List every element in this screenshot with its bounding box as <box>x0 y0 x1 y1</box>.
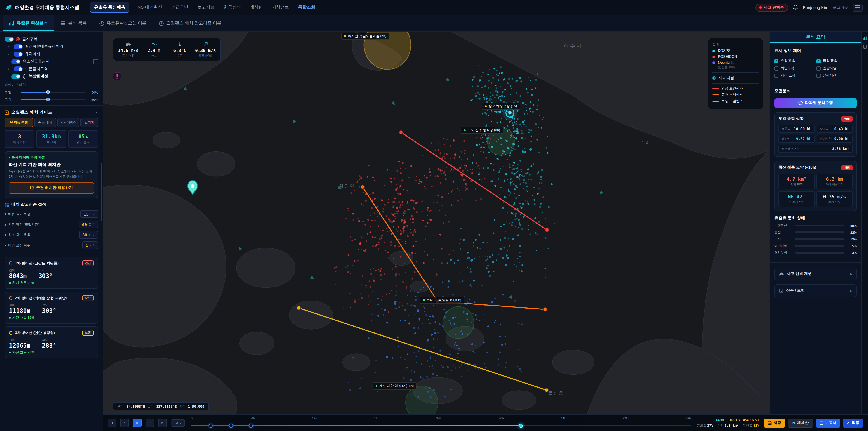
option-wind-vector[interactable]: ✓풍향/풍속 <box>816 59 857 63</box>
poi-hwataedo-farm[interactable]: 화태도 김 양식장 (10h) <box>420 297 465 304</box>
skip-start-button[interactable] <box>107 419 116 427</box>
wave-cell: 2.9 m 파고 <box>141 41 167 58</box>
tab-analysis-list[interactable]: 분석 목록 <box>54 16 93 31</box>
nll-toggle[interactable] <box>11 74 20 79</box>
menu-oil-spill-forecast[interactable]: 유출유 확산예측 <box>90 2 129 13</box>
fast-forward-button[interactable] <box>146 419 154 427</box>
opacity-slider[interactable] <box>21 92 86 93</box>
user-name[interactable]: Eunjeong Kim <box>803 5 828 10</box>
timeline-cursor[interactable] <box>519 424 523 428</box>
fence-guide-header[interactable]: 오일펜스 배치 가이드 ▼ <box>4 110 98 115</box>
tab-diffusion-analysis[interactable]: 유출유 확산분석 <box>3 16 54 31</box>
collapse-chevron-icon[interactable]: ▼ <box>95 111 98 114</box>
min-efficiency-stepper[interactable]: 80 % ▲▼ <box>79 231 98 239</box>
menu-air-search[interactable]: 항공탐색 <box>219 2 245 13</box>
pollution-status-title: 오염 종합 상황 <box>778 116 804 122</box>
option-datetime[interactable]: ✓날짜시간 <box>816 73 857 78</box>
notification-bell-icon[interactable] <box>793 4 798 10</box>
expand-caret-icon[interactable]: ▸ <box>8 45 11 49</box>
shield-icon <box>23 74 27 79</box>
stepper-arrows-icon[interactable]: ▲▼ <box>93 233 95 237</box>
rail-chart-icon[interactable] <box>863 36 867 40</box>
option-sensitive-resources[interactable]: ✓민감자원 <box>816 66 857 70</box>
menu-weather[interactable]: 기상정보 <box>268 2 293 13</box>
tab-label: 유출유확산모델 이론 <box>107 20 147 26</box>
safety-margin-stepper[interactable]: 60 분 ▲▼ <box>79 221 98 228</box>
defense-line-card-1[interactable]: 1차 방어선 (고강도 차단형) 긴급 길이 8043m 각도 303° 차단 … <box>4 257 98 289</box>
recalculate-button[interactable]: ↻ 재계산 <box>787 418 813 427</box>
stepper-arrows-icon[interactable]: ▲▼ <box>93 222 95 226</box>
stat-value: 3 <box>6 133 33 140</box>
save-button[interactable]: 저장 <box>764 418 785 427</box>
polygon-analysis-button[interactable]: 다각형 분석수행 <box>774 98 857 108</box>
plan-description: 확산 예측을 분석하여 해류 직교 방향 1차 방어선, 측면 포위 2차 방어… <box>8 170 94 179</box>
current-correction-stepper[interactable]: 15 ° ▲▼ <box>81 210 98 218</box>
playback-speed-select[interactable]: 1× ▼ <box>171 419 185 427</box>
poi-gaedo-farm[interactable]: 개도 해안 양식장 (18h) <box>373 382 417 390</box>
poi-yeojaman[interactable]: 여자만 갯벌노을마을 (6h) <box>341 33 390 40</box>
wind-coefficient-stepper[interactable]: 1 × ▲▼ <box>83 241 98 249</box>
report-button[interactable]: 보고서 <box>815 418 841 427</box>
apply-button[interactable]: ✓ 적용 <box>843 418 864 427</box>
zone-detail-button[interactable] <box>93 59 98 64</box>
restricted-zones-toggle[interactable] <box>4 37 13 41</box>
tab-model-theory[interactable]: i 유출유확산모델 이론 <box>93 16 153 31</box>
vessel-specs-section[interactable]: 사고 선박 제원 ▸ <box>774 268 857 280</box>
step-back-button[interactable] <box>120 419 129 427</box>
pause-button[interactable] <box>133 419 142 427</box>
analysis-summary-panel: 분석 요약 표시 정보 제어 ✓유향/유속 ✓풍향/풍속 ✓해안부착 ✓민감자원… <box>770 32 861 431</box>
poi-bokdo-farm[interactable]: 복도 진주 양식장 (3h) <box>461 127 503 134</box>
hamburger-menu-icon[interactable] <box>852 3 863 11</box>
tanker-ban-toggle[interactable] <box>11 59 20 64</box>
algo-row-safety-margin: 안전 마진 (도달시간) 60 분 ▲▼ <box>4 221 98 228</box>
option-current-vector[interactable]: ✓유향/유속 <box>774 59 815 63</box>
logout-button[interactable]: 로그아웃 <box>833 5 848 10</box>
drone-ban-toggle[interactable] <box>13 66 23 71</box>
forecast-title: 확산 예측 요약 (+18h) <box>778 165 816 171</box>
dispersant-tool-button[interactable] <box>113 72 121 81</box>
poi-songpo-beach[interactable]: 송포 해수욕장 (1h) <box>482 102 520 110</box>
rail-doc-icon[interactable] <box>863 45 867 49</box>
reset-button[interactable]: 초기화 <box>81 118 98 127</box>
map-canvas[interactable]: 14.6 m/s 풍속 (NE) 2.9 m 파고 6.3°C 수온 <box>103 32 770 431</box>
stat-label: 배치 라인 <box>6 141 33 145</box>
content-area: 금지구역 ▸ 황산화물배출규제해역 ▸ 유처리제 유조선통행금지 ▸ 드론금지구… <box>0 32 868 431</box>
danger-badge: 위험 <box>841 116 852 122</box>
sidebar-scrollbar[interactable] <box>101 163 102 221</box>
menu-hns[interactable]: HNS·대기확산 <box>130 2 166 13</box>
place-yeosu: 여수시 <box>564 43 583 50</box>
menu-rescue[interactable]: 긴급구난 <box>167 2 192 13</box>
evaporated-volume: 증발량0.43 kL <box>817 125 852 133</box>
dispersant-toggle[interactable] <box>13 52 23 57</box>
tab-boom-algorithm-theory[interactable]: i 오일펜스 배치 알고리즘 이론 <box>153 16 228 31</box>
expand-caret-icon[interactable]: ▸ <box>8 67 11 71</box>
efficiency-label: 차단 효율 92% <box>9 281 94 285</box>
brightness-slider[interactable] <box>21 99 86 100</box>
summary-panel-tab[interactable]: 분석 요약 <box>770 32 861 43</box>
option-shore-adhesion[interactable]: ✓해안부착 <box>774 66 815 70</box>
timeline-track-area[interactable]: 0h 6h 12h 18h 24h 36h 48h 60h 72h <box>191 414 691 431</box>
expand-caret-icon[interactable]: ▸ <box>8 52 11 56</box>
skip-end-button[interactable] <box>158 419 167 427</box>
fence-deploy-marker[interactable] <box>249 424 253 428</box>
ai-auto-recommend-button[interactable]: AI 자동 추천 <box>4 118 33 127</box>
menu-reports[interactable]: 보고자료 <box>193 2 219 13</box>
simulation-button[interactable]: 시뮬레이션 <box>57 118 79 127</box>
defense-line-card-2[interactable]: 2차 방어선 (외해용 중형 포위망) 중요 길이 11180m 각도 303°… <box>4 291 98 324</box>
fence-deploy-marker[interactable] <box>229 424 233 428</box>
defense-line-card-3[interactable]: 3차 방어선 (연안 경량형) 보통 길이 12065m 각도 288° 차단 … <box>4 326 98 359</box>
owner-insurance-section[interactable]: 선주 / 보험 ▸ <box>774 284 857 297</box>
fence-deploy-marker[interactable] <box>209 424 213 428</box>
stepper-arrows-icon[interactable]: ▲▼ <box>93 212 95 216</box>
option-time-display[interactable]: ✓시간 표시 <box>774 73 815 78</box>
manual-deploy-button[interactable]: 수동 배치 <box>34 118 56 127</box>
stat-lines: 3 배치 라인 <box>4 130 35 148</box>
sox-zone-toggle[interactable] <box>13 44 23 49</box>
incident-status-badge[interactable]: 사고 진행중 <box>755 3 788 11</box>
stepper-arrows-icon[interactable]: ▲▼ <box>93 243 95 247</box>
menu-board[interactable]: 게시판 <box>246 2 267 13</box>
apply-recommended-plan-button[interactable]: 추천 배치안 적용하기 <box>8 182 94 194</box>
menu-integrated-search[interactable]: 통합조회 <box>294 2 319 13</box>
efficiency-label: 차단 효율 85% <box>9 315 94 320</box>
plan-title: 확산 예측 기반 최적 배치안 <box>8 162 94 168</box>
